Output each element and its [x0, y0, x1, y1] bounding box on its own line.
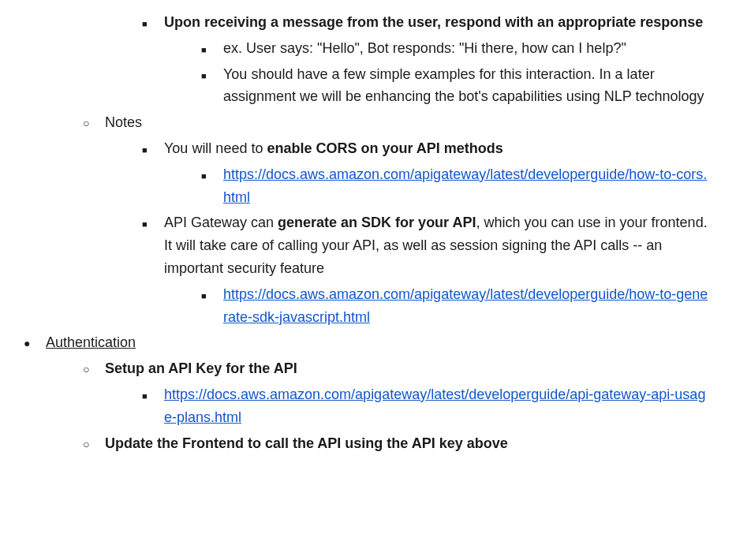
list-item: ■ ex. User says: "Hello", Bot responds: …	[24, 37, 712, 60]
list-item: ■ You will need to enable CORS on your A…	[24, 137, 712, 160]
square-bullet-icon: ■	[142, 218, 164, 232]
update-frontend-heading: Update the Frontend to call the API usin…	[105, 432, 712, 455]
generate-sdk-pre: API Gateway can	[164, 215, 278, 230]
cors-link[interactable]: https://docs.aws.amazon.com/apigateway/l…	[223, 166, 707, 205]
generate-sdk-text: API Gateway can generate an SDK for your…	[164, 211, 712, 279]
square-bullet-icon: ■	[201, 170, 223, 184]
square-bullet-icon: ■	[142, 144, 164, 158]
generate-sdk-bold: generate an SDK for your API	[278, 215, 476, 230]
enable-cors-text: You will need to enable CORS on your API…	[164, 137, 712, 160]
link-container: https://docs.aws.amazon.com/apigateway/l…	[223, 163, 712, 209]
list-item: ○ Notes	[24, 111, 712, 134]
list-item: ● Authentication	[24, 331, 712, 354]
respond-heading: Upon receiving a message from the user, …	[164, 11, 712, 34]
authentication-heading: Authentication	[46, 331, 712, 354]
enable-cors-bold: enable CORS on your API methods	[267, 140, 502, 156]
disc-bullet-icon: ●	[24, 334, 46, 352]
circle-bullet-icon: ○	[83, 114, 105, 132]
list-item: ■ https://docs.aws.amazon.com/apigateway…	[24, 383, 712, 429]
list-item: ■ API Gateway can generate an SDK for yo…	[24, 211, 712, 279]
setup-api-key-heading: Setup an API Key for the API	[105, 357, 712, 380]
square-bullet-icon: ■	[201, 43, 223, 58]
square-bullet-icon: ■	[142, 390, 164, 404]
notes-heading: Notes	[105, 111, 712, 134]
example-text: ex. User says: "Hello", Bot responds: "H…	[223, 37, 712, 60]
sdk-link[interactable]: https://docs.aws.amazon.com/apigateway/l…	[223, 286, 708, 325]
circle-bullet-icon: ○	[83, 360, 105, 378]
list-item: ○ Setup an API Key for the API	[24, 357, 712, 380]
square-bullet-icon: ■	[201, 69, 223, 84]
list-item: ■ Upon receiving a message from the user…	[24, 11, 712, 34]
list-item: ○ Update the Frontend to call the API us…	[24, 432, 712, 455]
simple-examples-text: You should have a few simple examples fo…	[223, 63, 712, 109]
link-container: https://docs.aws.amazon.com/apigateway/l…	[223, 283, 712, 329]
circle-bullet-icon: ○	[83, 435, 105, 453]
document-list: ■ Upon receiving a message from the user…	[24, 11, 712, 454]
list-item: ■ You should have a few simple examples …	[24, 63, 712, 109]
list-item: ■ https://docs.aws.amazon.com/apigateway…	[24, 163, 712, 209]
list-item: ■ https://docs.aws.amazon.com/apigateway…	[24, 283, 712, 329]
link-container: https://docs.aws.amazon.com/apigateway/l…	[164, 383, 712, 429]
square-bullet-icon: ■	[142, 17, 164, 32]
enable-cors-pre: You will need to	[164, 140, 267, 156]
api-key-link[interactable]: https://docs.aws.amazon.com/apigateway/l…	[164, 386, 705, 425]
square-bullet-icon: ■	[201, 289, 223, 304]
